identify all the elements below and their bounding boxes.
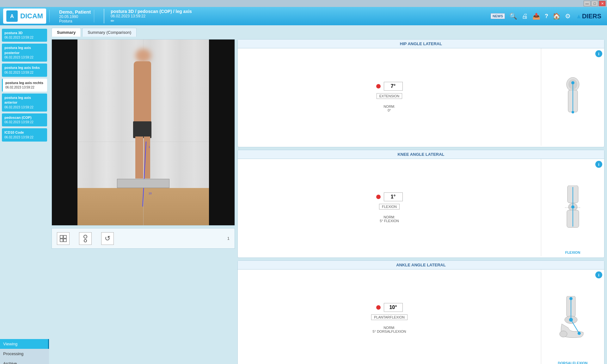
svg-rect-5 — [64, 239, 66, 242]
print-icon[interactable]: 🖨 — [522, 13, 528, 20]
app-logo-text: DICAM — [20, 12, 43, 20]
patient-dob: 20.05.1990 — [59, 15, 91, 19]
svg-rect-3 — [64, 235, 66, 238]
svg-point-17 — [571, 205, 574, 209]
help-icon[interactable]: ? — [545, 13, 548, 20]
nav-viewing[interactable]: Viewing — [0, 339, 49, 349]
page-indicator: 1 — [227, 236, 230, 241]
ankle-caption: DORSALFLEXION — [558, 361, 587, 364]
svg-point-10 — [571, 81, 574, 84]
knee-angle-panel: KNEE ANGLE LATERAL 1° FLEXION NORM: 5° F… — [237, 150, 604, 258]
knee-panel-title: KNEE ANGLE LATERAL — [238, 150, 604, 159]
ankle-angle-value: 10° — [384, 303, 403, 312]
knee-caption: FLEXION — [565, 251, 580, 254]
hip-angle-panel: HIP ANGLE LATERAL 7° EXTENSION NORM: 0° — [237, 39, 604, 147]
ankle-info-button[interactable]: i — [595, 271, 602, 278]
ankle-norm-text: NORM: 5° DORSALFLEXION — [373, 326, 406, 333]
image-toolbar: ↺ 1 — [52, 228, 235, 249]
knee-status-dot — [376, 195, 381, 199]
close-button[interactable]: ✕ — [599, 1, 606, 6]
patient-name: Demo, Patient — [59, 9, 91, 15]
export-icon[interactable]: 📤 — [532, 12, 540, 20]
knee-illustration — [559, 185, 587, 230]
maximize-button[interactable]: □ — [591, 1, 598, 6]
svg-rect-4 — [60, 239, 63, 242]
sidebar-item-pedoscan[interactable]: pedoscan (COP) 06.02.2023 13:59:22 — [2, 113, 47, 126]
patient-label: Postura — [59, 19, 91, 23]
rotate-button[interactable]: ↺ — [101, 232, 114, 245]
knee-angle-label: FLEXION — [379, 204, 400, 209]
knee-angle-value: 1° — [384, 192, 403, 201]
svg-rect-2 — [60, 235, 63, 238]
tab-summary[interactable]: Summary — [52, 28, 81, 37]
knee-info-button[interactable]: i — [595, 161, 602, 168]
app-logo-icon: A — [6, 10, 18, 22]
sidebar-item-leg-anterior[interactable]: postura leg axis anterior 06.02.2023 13:… — [2, 94, 47, 112]
sidebar-item-postura3d[interactable]: postura 3D 06.02.2023 13:59:22 — [2, 29, 47, 42]
ankle-angle-panel: ANKLE ANGLE LATERAL 10° PLANTARFLEXION N… — [237, 260, 604, 364]
ankle-panel-title: ANKLE ANGLE LATERAL — [238, 261, 604, 270]
svg-point-11 — [572, 111, 574, 113]
nav-processing[interactable]: Processing — [0, 349, 49, 359]
sidebar-item-leg-rechts[interactable]: postura leg axis rechts 06.02.2023 13:59… — [2, 79, 47, 92]
knee-norm-text: NORM: 5° FLEXION — [380, 215, 399, 223]
hip-angle-value: 7° — [384, 82, 403, 91]
ankle-illustration — [555, 296, 590, 340]
sidebar-item-icd10[interactable]: ICD10 Code 06.02.2023 13:59:22 — [2, 128, 47, 141]
hip-norm-text: NORM: 0° — [383, 105, 395, 112]
svg-point-20 — [560, 331, 567, 337]
session-date: 06.02.2023 13:59:22 — [111, 14, 192, 18]
home-icon[interactable]: 🏠 — [553, 12, 561, 20]
grid-button[interactable] — [57, 232, 70, 245]
sidebar-item-leg-links[interactable]: postura leg axis links 06.02.2023 13:59:… — [2, 64, 47, 76]
scan-image-container: 1 10 — [52, 39, 235, 226]
nav-archive[interactable]: Archive — [0, 359, 49, 364]
sidebar-item-leg-posterior[interactable]: postura leg axis posterior 06.02.2023 13… — [2, 44, 47, 62]
minimize-button[interactable]: — — [584, 1, 591, 6]
session-title: postura 3D / pedoscan (COP) / leg axis — [111, 9, 192, 14]
radio-button[interactable] — [79, 232, 92, 245]
settings-icon[interactable]: ⚙ — [565, 12, 571, 20]
ankle-angle-label: PLANTARFLEXION — [371, 314, 408, 320]
tab-summary-comparison[interactable]: Summary (Comparison) — [82, 28, 137, 37]
hip-angle-label: EXTENSION — [377, 93, 402, 99]
search-icon[interactable]: 🔍 — [509, 12, 517, 20]
svg-text:A: A — [10, 14, 14, 19]
hip-info-button[interactable]: i — [595, 50, 602, 57]
ankle-status-dot — [376, 305, 381, 310]
hip-panel-title: HIP ANGLE LATERAL — [238, 39, 604, 48]
edit-session-icon[interactable]: ✏ — [111, 18, 192, 23]
diers-logo: ▲DIERS — [576, 13, 601, 20]
hip-status-dot — [376, 84, 381, 88]
hip-illustration — [559, 75, 587, 119]
news-button[interactable]: NEWS — [491, 13, 505, 19]
